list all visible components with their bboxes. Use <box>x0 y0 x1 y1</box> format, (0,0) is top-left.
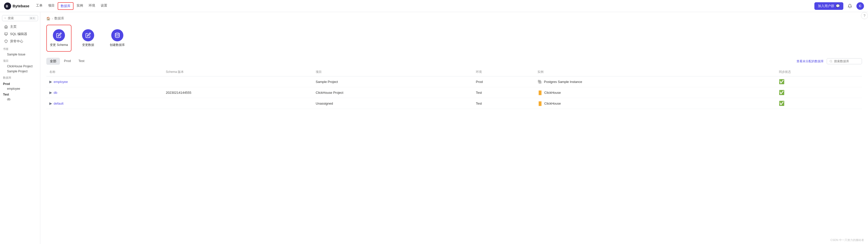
svg-point-4 <box>115 33 120 34</box>
nav-item-环境[interactable]: 环境 <box>86 2 98 10</box>
action-card-schema[interactable]: 变更 Schema <box>46 25 71 52</box>
nav-right: 加入用户群 💬 C <box>814 2 864 10</box>
sidebar-item-anomaly[interactable]: 异常中心 <box>1 38 39 45</box>
breadcrumb: 🏠 › 数据库 <box>46 16 862 21</box>
col-sync: 同步状态 <box>776 68 862 76</box>
search-input[interactable] <box>8 17 27 20</box>
schema-change-icon <box>53 29 65 41</box>
sidebar-db-section: 数据库 <box>0 74 40 81</box>
sidebar-db-db[interactable]: db <box>0 97 40 102</box>
join-group-button[interactable]: 加入用户群 💬 <box>814 2 843 10</box>
nav-item-项目[interactable]: 项目 <box>45 2 57 10</box>
col-schema: Schema 版本 <box>163 68 313 76</box>
sidebar: ⌘ K 主页 SQL 编辑器 异常中心 书签 Sample Issue 项目 <box>0 12 40 244</box>
cell-project-default: Unassigned <box>313 98 473 109</box>
sidebar-anomaly-label: 异常中心 <box>10 39 23 44</box>
cell-sync-employee: ✅ <box>776 76 862 87</box>
clickhouse-icon: ▐▌ <box>537 101 543 106</box>
tabs-toolbar: 全部 Prod Test 查看未分配的数据库 <box>46 58 862 65</box>
db-name-label[interactable]: employee <box>54 80 68 84</box>
cell-instance-employee: 🐘Postgres Sample Instance <box>534 76 776 87</box>
logo[interactable]: B Bytebase <box>4 2 29 9</box>
view-unassigned-link[interactable]: 查看未分配的数据库 <box>797 59 824 63</box>
sync-ok-icon: ✅ <box>779 79 784 84</box>
tabs: 全部 Prod Test <box>46 58 88 65</box>
logo-text: Bytebase <box>12 4 29 8</box>
top-nav: B Bytebase 工单项目数据库实例环境设置 加入用户群 💬 C <box>0 0 868 12</box>
nav-item-设置[interactable]: 设置 <box>98 2 110 10</box>
notification-button[interactable] <box>846 2 854 10</box>
tab-test[interactable]: Test <box>75 58 88 65</box>
cell-sync-db: ✅ <box>776 87 862 98</box>
breadcrumb-home-icon[interactable]: 🏠 <box>46 17 50 20</box>
col-instance: 实例 <box>534 68 776 76</box>
search-db-box[interactable] <box>827 58 862 64</box>
sql-editor-icon <box>4 32 8 36</box>
sync-ok-icon: ✅ <box>779 90 784 95</box>
col-project: 项目 <box>313 68 473 76</box>
schema-change-label: 变更 Schema <box>50 43 68 47</box>
cell-schema-default <box>163 98 313 109</box>
sidebar-project-section: 项目 <box>0 57 40 64</box>
table-row[interactable]: ▶db20230214144555ClickHouse ProjectTest▐… <box>46 87 862 98</box>
cell-schema-employee <box>163 76 313 87</box>
col-env: 环境 <box>473 68 534 76</box>
sidebar-sample-project[interactable]: Sample Project <box>0 69 40 74</box>
sidebar-home-label: 主页 <box>10 24 17 29</box>
tab-all[interactable]: 全部 <box>46 58 60 65</box>
help-button[interactable]: ? <box>861 12 868 19</box>
join-group-label: 加入用户群 <box>818 4 834 8</box>
nav-items: 工单项目数据库实例环境设置 <box>33 2 110 10</box>
create-db-icon <box>111 29 123 41</box>
cell-env-db: Test <box>473 87 534 98</box>
tab-prod[interactable]: Prod <box>60 58 74 65</box>
cell-sync-default: ✅ <box>776 98 862 109</box>
database-table: 名称 Schema 版本 项目 环境 实例 同步状态 ▶employeeSamp… <box>46 68 862 109</box>
sidebar-clickhouse-project[interactable]: ClickHouse Project <box>0 64 40 69</box>
main-content: ? 🏠 › 数据库 变更 Schema <box>40 12 868 244</box>
sync-ok-icon: ✅ <box>779 101 784 106</box>
search-db-icon <box>830 60 833 63</box>
cell-instance-default: ▐▌ClickHouse <box>534 98 776 109</box>
shield-icon <box>4 39 8 43</box>
sidebar-item-sql-editor[interactable]: SQL 编辑器 <box>1 30 39 37</box>
main-layout: ⌘ K 主页 SQL 编辑器 异常中心 书签 Sample Issue 项目 <box>0 12 868 244</box>
table-row[interactable]: ▶defaultUnassignedTest▐▌ClickHouse✅ <box>46 98 862 109</box>
cell-name-default: ▶default <box>46 98 163 109</box>
db-name-label[interactable]: default <box>54 102 63 105</box>
action-card-data[interactable]: 变更数据 <box>75 25 101 52</box>
db-row-icon: ▶ <box>49 101 52 105</box>
breadcrumb-current: 数据库 <box>54 16 64 21</box>
search-icon <box>4 17 6 20</box>
chat-icon: 💬 <box>836 4 840 8</box>
home-icon <box>4 25 8 29</box>
nav-item-工单[interactable]: 工单 <box>33 2 45 10</box>
nav-item-实例[interactable]: 实例 <box>74 2 86 10</box>
nav-item-数据库[interactable]: 数据库 <box>58 2 73 10</box>
table-row[interactable]: ▶employeeSample ProjectProd🐘Postgres Sam… <box>46 76 862 87</box>
data-change-icon <box>82 29 94 41</box>
search-db-input[interactable] <box>834 59 859 63</box>
kb-hint: ⌘ K <box>29 17 36 20</box>
bell-icon <box>847 4 852 8</box>
postgres-icon: 🐘 <box>537 79 542 84</box>
action-cards: 变更 Schema 变更数据 <box>46 25 862 52</box>
avatar[interactable]: C <box>857 2 864 10</box>
cell-schema-db: 20230214144555 <box>163 87 313 98</box>
bytebase-logo-icon: B <box>4 2 11 9</box>
cell-name-db: ▶db <box>46 87 163 98</box>
sidebar-db-employee[interactable]: employee <box>0 86 40 91</box>
action-card-create-db[interactable]: 创建数据库 <box>105 25 130 52</box>
data-change-label: 变更数据 <box>82 43 94 47</box>
sidebar-item-home[interactable]: 主页 <box>1 23 39 30</box>
db-row-icon: ▶ <box>49 80 52 84</box>
search-box[interactable]: ⌘ K <box>2 15 38 21</box>
svg-point-2 <box>4 18 6 19</box>
db-name-label[interactable]: db <box>54 91 57 94</box>
sidebar-prod-env: Prod <box>0 81 40 86</box>
svg-point-5 <box>830 60 832 62</box>
svg-text:B: B <box>6 4 8 8</box>
create-db-label: 创建数据库 <box>110 43 125 47</box>
sidebar-sample-issue[interactable]: Sample Issue <box>0 52 40 57</box>
sidebar-test-env: Test <box>0 91 40 97</box>
